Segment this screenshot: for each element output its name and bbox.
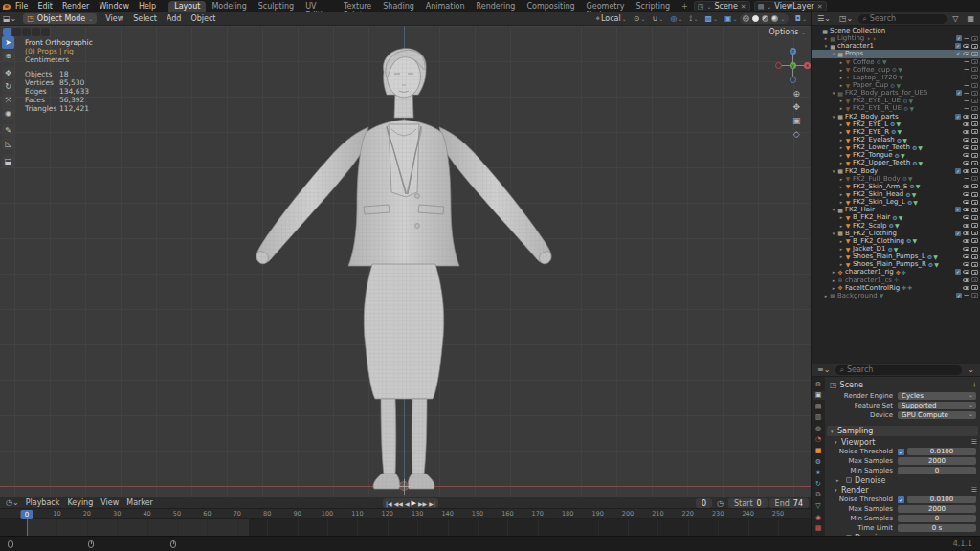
perspective-toggle-icon[interactable]: ◇ — [792, 129, 801, 139]
properties-tab-tool[interactable]: ⚙ — [813, 380, 825, 388]
hide-eye-icon[interactable] — [963, 145, 969, 149]
editor-type-icon[interactable]: ⬓⌄ — [0, 14, 19, 23]
hide-eye-icon[interactable] — [963, 239, 969, 243]
render-camera-icon[interactable] — [971, 121, 978, 126]
field-max-samples[interactable]: 2000 — [898, 505, 976, 514]
outliner-row-fk2-skin-leg-l[interactable]: ▸▼FK2_Skin_Leg_L⚙▼ — [812, 198, 980, 206]
hide-eye-icon[interactable] — [963, 254, 969, 258]
tab-rendering[interactable]: Rendering — [471, 1, 522, 12]
exclude-checkbox[interactable]: ✓ — [955, 43, 961, 49]
hidden-eye-icon[interactable] — [964, 99, 969, 101]
outliner-row-fk2-tongue[interactable]: ▸▼FK2_Tongue⚙▼ — [812, 151, 980, 159]
outliner-row-fk2-eye-l[interactable]: ▸▼FK2_EYE_L⚙▼ — [812, 121, 980, 128]
frame-start-field[interactable]: Start0 — [728, 498, 768, 508]
properties-tab-constraints[interactable]: ⧉ — [813, 491, 825, 499]
prev-keyframe-button[interactable]: ◀◀ — [394, 500, 403, 507]
checkbox-noise-threshold[interactable]: ✓ — [898, 496, 904, 503]
outliner-row-fk2-skin-arm-s[interactable]: ▸▼FK2_Skin_Arm_S⚙▼ — [812, 183, 980, 190]
render-camera-icon[interactable] — [971, 75, 978, 79]
timeline-menu-keying[interactable]: Keying — [63, 498, 97, 507]
outliner-row-fk2-hair[interactable]: ▾▦FK2_Hair✓ — [812, 206, 980, 213]
field-min-samples[interactable]: 0 — [898, 467, 976, 475]
tab-shading[interactable]: Shading — [377, 1, 420, 12]
current-frame-badge[interactable]: 0 — [21, 510, 33, 519]
render-camera-icon[interactable] — [971, 99, 978, 103]
tool-annotate[interactable]: ✎ — [2, 124, 14, 137]
field-noise-threshold[interactable]: 0.0100 — [907, 448, 976, 456]
properties-editor-icon[interactable]: ≡⌄ — [814, 365, 833, 374]
outliner-row-fk2-skin-head[interactable]: ▸▼FK2_Skin_Head⚙▼ — [812, 190, 980, 198]
menu-edit[interactable]: Edit — [33, 2, 57, 11]
menu-file[interactable]: File — [11, 2, 33, 11]
select-mode-invert[interactable] — [32, 28, 40, 36]
snapping[interactable]: ∪⌄ — [653, 14, 664, 23]
outliner-search-input[interactable]: ⌕ Search — [858, 14, 947, 24]
tab-modeling[interactable]: Modeling — [206, 1, 252, 12]
render-camera-icon[interactable] — [971, 114, 978, 119]
transform-orientation[interactable]: ⌖ Local ⌄ — [595, 14, 626, 24]
outliner-row-fk2-eye-r-ue[interactable]: ▸▼FK2_EYE_R_UE⚙▼ — [812, 104, 980, 112]
outliner-row-fk2-full-body[interactable]: ▸▼FK2_Full_Body⚙▼ — [812, 175, 980, 183]
scene-selector[interactable]: ◳⌄ Scene ✕ — [694, 1, 750, 11]
tab-layout[interactable]: Layout — [168, 1, 206, 12]
hide-eye-icon[interactable] — [963, 192, 969, 196]
render-camera-icon[interactable] — [971, 36, 978, 41]
exclude-checkbox[interactable]: ✓ — [955, 269, 961, 275]
subpanel-denoise[interactable]: ▸Denoise — [825, 475, 980, 485]
viewlayer-remove-icon[interactable]: ✕ — [817, 3, 823, 11]
field-time-limit[interactable]: 0 s — [898, 524, 976, 533]
pan-hand-icon[interactable]: ✥ — [792, 102, 801, 112]
subpanel-render[interactable]: ▾Render☰ — [825, 485, 980, 495]
render-camera-icon[interactable] — [971, 262, 978, 267]
render-camera-icon[interactable] — [971, 231, 978, 235]
render-camera-icon[interactable] — [971, 184, 978, 188]
hide-eye-icon[interactable] — [963, 161, 969, 165]
render-camera-icon[interactable] — [971, 153, 978, 158]
frame-end-field[interactable]: End74 — [769, 498, 809, 508]
render-camera-icon[interactable] — [971, 238, 978, 243]
timeline-menu-marker[interactable]: Marker — [122, 498, 157, 507]
exclude-checkbox[interactable]: ✓ — [956, 90, 962, 96]
scene-unlink-icon[interactable]: ✕ — [741, 3, 746, 11]
menu-render[interactable]: Render — [57, 2, 94, 11]
properties-tab-texture[interactable]: ▩ — [813, 524, 825, 533]
tab-texture-paint[interactable]: Texture Paint — [338, 1, 377, 12]
playhead[interactable] — [27, 519, 28, 536]
jump-start-button[interactable]: |◀ — [386, 500, 392, 507]
add-workspace-button[interactable]: + — [676, 1, 694, 12]
current-frame-field[interactable]: 0 — [696, 498, 712, 508]
properties-search-input[interactable]: ⌕ Search — [835, 365, 962, 375]
camera-view-icon[interactable]: ▣ — [792, 116, 801, 125]
hide-eye-icon[interactable] — [963, 52, 969, 55]
select-mode-intersect[interactable] — [41, 28, 50, 36]
tool-add-cube[interactable]: ⬓ — [2, 155, 14, 167]
blender-logo-icon[interactable] — [3, 1, 11, 11]
outliner-row-props[interactable]: ▾▦Props✓ — [812, 50, 980, 57]
outliner-row-character1-rig[interactable]: ▸✥character1_rig✥✛✓ — [812, 268, 980, 276]
hidden-eye-icon[interactable] — [964, 59, 969, 62]
properties-tab-physics[interactable]: ↻ — [813, 479, 825, 488]
hide-eye-icon[interactable] — [963, 215, 969, 219]
character-model[interactable] — [241, 32, 567, 497]
outliner-row-fk2-body[interactable]: ▾▦FK2_Body✓ — [812, 167, 980, 175]
render-camera-icon[interactable] — [971, 138, 978, 143]
outliner-row-background[interactable]: ▸▦Background▼✓ — [812, 292, 980, 299]
field-device[interactable]: GPU Compute — [898, 411, 976, 420]
properties-tab-view-layer[interactable]: ▥ — [813, 413, 825, 422]
hide-eye-icon[interactable] — [963, 286, 969, 290]
viewport-menu-view[interactable]: View — [100, 14, 128, 23]
hidden-eye-icon[interactable] — [964, 106, 969, 109]
hidden-eye-icon[interactable] — [964, 67, 969, 70]
exclude-checkbox[interactable]: ✓ — [955, 231, 961, 236]
timeline-ruler[interactable]: 0 10203040506070809010011012013014015016… — [0, 509, 811, 519]
select-mode-subtract[interactable] — [22, 28, 31, 36]
render-camera-icon[interactable] — [971, 247, 978, 252]
outliner-row-fk2-eye-l-ue[interactable]: ▸▼FK2_EYE_L_UE⚙▼ — [812, 97, 980, 104]
outliner-row-character1-cs[interactable]: ▸⊕character1_cs✛ — [812, 276, 980, 284]
tab-geometry-nodes[interactable]: Geometry Nodes — [581, 1, 631, 12]
properties-tab-particles[interactable]: ✶ — [813, 469, 825, 477]
properties-tab-output[interactable]: ▤ — [813, 402, 825, 410]
outliner-row-shoes-plain-pumps-r[interactable]: ▸▼Shoes_Plain_Pumps_R⚙▼ — [812, 260, 980, 268]
hidden-eye-icon[interactable] — [964, 83, 969, 86]
properties-tab-scene[interactable]: ◍ — [813, 424, 825, 432]
